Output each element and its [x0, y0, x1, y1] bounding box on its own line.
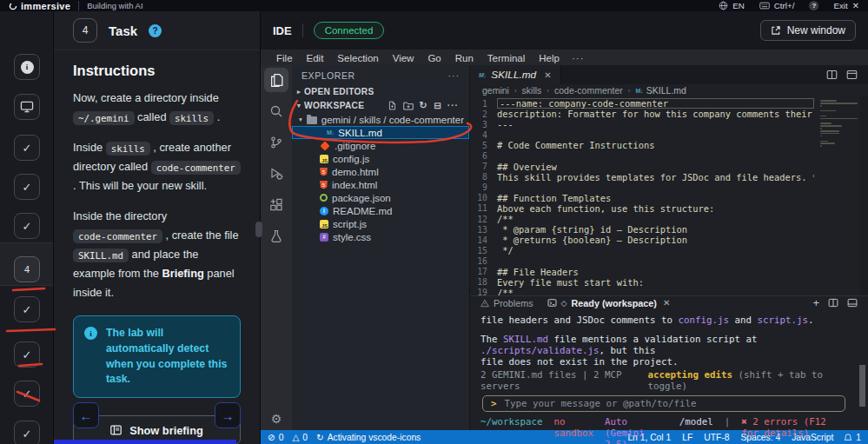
tab-problems[interactable]: Problems	[480, 298, 533, 308]
minimap[interactable]	[819, 99, 859, 295]
code-line-5[interactable]: 5# Code Commenter Instructions	[470, 140, 814, 150]
code-line-8[interactable]: 8This skill provides templates for JSDoc…	[470, 172, 814, 182]
collapse-all-icon[interactable]: ⊟	[434, 101, 441, 110]
language-selector[interactable]: EN	[719, 1, 745, 10]
code-line-19[interactable]: 19/**	[470, 288, 814, 295]
menu-edit[interactable]: Edit	[300, 53, 331, 63]
shortcuts-button[interactable]: Ctrl+/	[759, 1, 795, 10]
menu-view[interactable]: View	[386, 53, 421, 63]
new-window-button[interactable]: New window	[760, 20, 856, 41]
terminal-scrollbar[interactable]	[859, 365, 865, 407]
statusbar-sync[interactable]: ↻Activating vscode-icons	[316, 432, 421, 442]
code-line-13[interactable]: 13 * @param {string} id — Description	[470, 224, 814, 235]
code-line-16[interactable]: 16	[470, 255, 814, 266]
statusbar-error[interactable]: ⊘0	[268, 432, 283, 442]
previous-task-button[interactable]: ←	[73, 402, 99, 428]
tree-file-demo.html[interactable]: 5demo.html	[292, 165, 469, 178]
menu-terminal[interactable]: Terminal	[480, 53, 532, 63]
instructions-heading: Instructions	[73, 63, 241, 79]
menu-go[interactable]: Go	[421, 53, 447, 63]
terminal-line: file does not exist in the project.	[480, 356, 845, 368]
code-line-6[interactable]: 6	[470, 150, 814, 161]
breadcrumb-gemini[interactable]: gemini	[482, 85, 509, 96]
step-item-check[interactable]: ✓	[14, 135, 40, 161]
breadcrumb-code-commenter[interactable]: code-commenter	[554, 85, 623, 96]
code-line-12[interactable]: 12/**	[470, 214, 814, 224]
code-line-1[interactable]: 1---name: company-code-commenter	[470, 98, 814, 109]
menu-selection[interactable]: Selection	[330, 53, 385, 63]
code-line-17[interactable]: 17## File Headers	[470, 267, 814, 277]
explorer-more-icon[interactable]: ···	[447, 70, 460, 81]
step-item-check[interactable]: ✓	[14, 341, 40, 368]
tree-file-index.html[interactable]: 5index.html	[292, 178, 469, 191]
menu-help[interactable]: Help	[532, 53, 567, 63]
new-folder-icon[interactable]	[403, 101, 414, 110]
code-line-14[interactable]: 14 * @returns {boolean} — Description	[470, 235, 814, 245]
menu-overflow-icon[interactable]: ···	[572, 53, 585, 63]
code-editor[interactable]: 1---name: company-code-commenter2descrip…	[470, 96, 868, 295]
open-editors-section[interactable]: ▸ OPEN EDITORS	[292, 85, 469, 97]
menu-file[interactable]: File	[269, 53, 300, 63]
tree-file-.gitignore[interactable]: .gitignore	[292, 139, 469, 152]
tab-skill-md[interactable]: M↓ SKILL.md ✕	[470, 65, 561, 84]
code-line-10[interactable]: 10## Function Templates	[470, 193, 814, 203]
breadcrumbs[interactable]: gemini›skills›code-commenter›M↓SKILL.md	[470, 84, 868, 96]
tab-terminal-ready[interactable]: ◇ Ready (workspace) ✕	[547, 298, 671, 308]
layout-panel-icon[interactable]	[846, 70, 858, 80]
tree-file-config.js[interactable]: JSconfig.js	[292, 152, 469, 165]
task-help-icon[interactable]: ?	[149, 24, 162, 37]
menu-run[interactable]: Run	[448, 53, 480, 63]
workspace-more-icon[interactable]: ···	[447, 101, 459, 110]
statusbar-warn[interactable]: △0	[292, 432, 308, 442]
breadcrumb-skills[interactable]: skills	[522, 85, 542, 96]
split-editor-icon[interactable]	[826, 70, 838, 80]
next-task-button[interactable]: →	[215, 402, 241, 428]
activity-source-control-icon[interactable]	[264, 130, 288, 155]
terminal-output[interactable]: file headers and JSDoc comments to confi…	[470, 309, 868, 444]
tree-file-script.js[interactable]: JSscript.js	[292, 217, 469, 230]
activity-search-icon[interactable]	[264, 99, 288, 123]
code-line-2[interactable]: 2description: Formatter for how this com…	[470, 109, 814, 119]
step-item-monitor[interactable]	[14, 94, 40, 120]
maximize-panel-icon[interactable]	[847, 298, 858, 308]
exit-button[interactable]: Exit ✕	[833, 1, 859, 10]
code-line-4[interactable]: 4	[470, 129, 814, 140]
terminal-close-icon[interactable]: ✕	[663, 298, 670, 308]
code-line-7[interactable]: 7## Overview	[470, 162, 814, 172]
tree-file-README.md[interactable]: iREADME.md	[292, 204, 469, 217]
settings-gear-icon[interactable]: ⚙	[271, 412, 282, 426]
workspace-section[interactable]: ▾ WORKSPACE ↻ ⊟ ···	[292, 97, 469, 113]
editor-scrollbar[interactable]	[860, 96, 868, 295]
split-terminal-icon[interactable]	[828, 298, 838, 308]
step-item-check[interactable]: ✓	[14, 174, 40, 200]
activity-extensions-icon[interactable]	[264, 193, 288, 217]
code-line-3[interactable]: 3---	[470, 119, 814, 129]
new-terminal-icon[interactable]: +	[812, 296, 819, 309]
activity-debug-icon[interactable]	[264, 162, 288, 186]
breadcrumb-SKILL.md[interactable]: M↓SKILL.md	[635, 85, 686, 96]
activity-files-icon[interactable]	[264, 68, 288, 92]
tree-folder-gemini-skills-code-commenter[interactable]: ▾gemini / skills / code-commenter	[292, 113, 469, 126]
step-item-check[interactable]: ✓	[14, 421, 40, 444]
activity-bar: ⚙	[261, 65, 292, 430]
new-file-icon[interactable]	[388, 101, 397, 110]
tab-close-icon[interactable]: ✕	[544, 70, 551, 80]
step-item-info[interactable]: i	[14, 54, 40, 80]
step-item-check[interactable]: ✓	[14, 213, 40, 239]
tree-file-SKILL.md[interactable]: M↓SKILL.md	[292, 126, 469, 139]
activity-testing-icon[interactable]	[264, 224, 288, 249]
code-line-11[interactable]: 11Above each function, use this structur…	[470, 203, 814, 214]
panel-resize-handle[interactable]	[255, 222, 262, 237]
accepting-edits-status: accepting edits (shift + tab to toggle)	[648, 369, 846, 392]
step-item-current[interactable]: 4	[14, 256, 40, 282]
code-line-18[interactable]: 18Every file must start with:	[470, 277, 814, 288]
code-line-9[interactable]: 9	[470, 182, 814, 193]
gemini-prompt-input[interactable]: > Type your message or @path/to/file	[482, 395, 845, 412]
step-item-check[interactable]: ✓	[14, 296, 40, 322]
code-line-15[interactable]: 15 */	[470, 245, 814, 255]
tree-file-style.css[interactable]: #style.css	[292, 230, 469, 243]
help-button[interactable]: ?	[809, 1, 818, 10]
tree-file-package.json[interactable]: package.json	[292, 191, 469, 204]
refresh-icon[interactable]: ↻	[420, 100, 428, 111]
step-item-check[interactable]: ✓	[14, 381, 40, 407]
